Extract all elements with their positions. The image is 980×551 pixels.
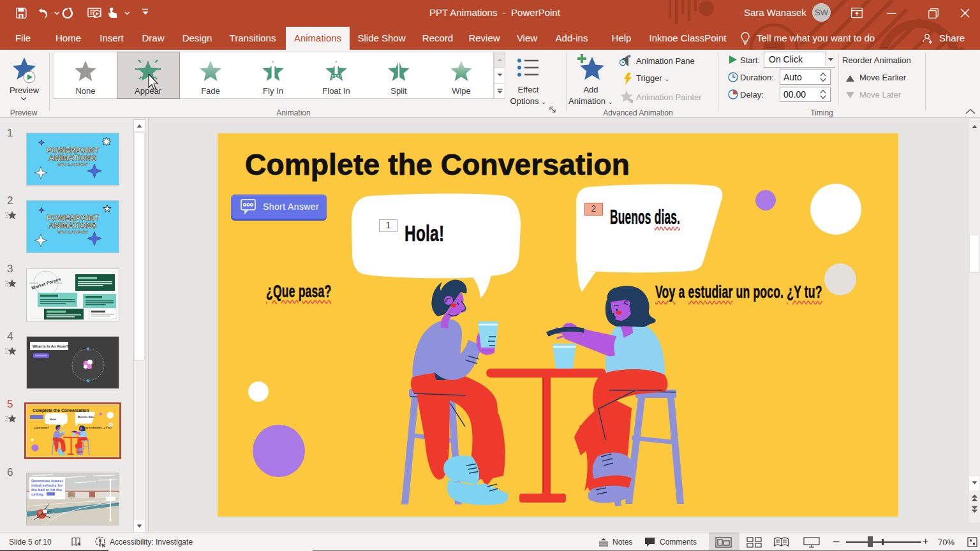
svg-text:Voy a estudiar...¿Y tu?: Voy a estudiar...¿Y tu? (84, 426, 112, 429)
svg-text:ceiling: ceiling (31, 492, 43, 496)
svg-text:Determine lowest: Determine lowest (31, 479, 63, 483)
svg-text:initial velocity for: initial velocity for (31, 483, 63, 487)
svg-text:¿Que pasa?: ¿Que pasa? (34, 426, 49, 429)
svg-text:Buenos dias.: Buenos dias. (78, 415, 94, 418)
svg-text:the ball to hit the: the ball to hit the (31, 488, 63, 492)
svg-text:Wipe: Wipe (452, 86, 471, 96)
svg-text:Float In: Float In (322, 86, 350, 96)
svg-text:Fly In: Fly In (263, 86, 283, 96)
svg-text:WITH CLASSPOINT: WITH CLASSPOINT (57, 163, 89, 166)
svg-text:Hola!: Hola! (50, 418, 56, 421)
svg-text:None: None (75, 86, 95, 96)
svg-text:ANIMATIONS: ANIMATIONS (48, 154, 96, 163)
svg-text:Split: Split (390, 86, 407, 96)
svg-text:ANIMATIONS: ANIMATIONS (48, 221, 96, 230)
svg-text:What Is In An Atom?: What Is In An Atom? (33, 344, 69, 348)
svg-text:Fade: Fade (201, 86, 220, 96)
svg-text:WITH CLASSPOINT: WITH CLASSPOINT (57, 230, 89, 234)
svg-text:Complete the Conversation: Complete the Conversation (33, 408, 89, 413)
